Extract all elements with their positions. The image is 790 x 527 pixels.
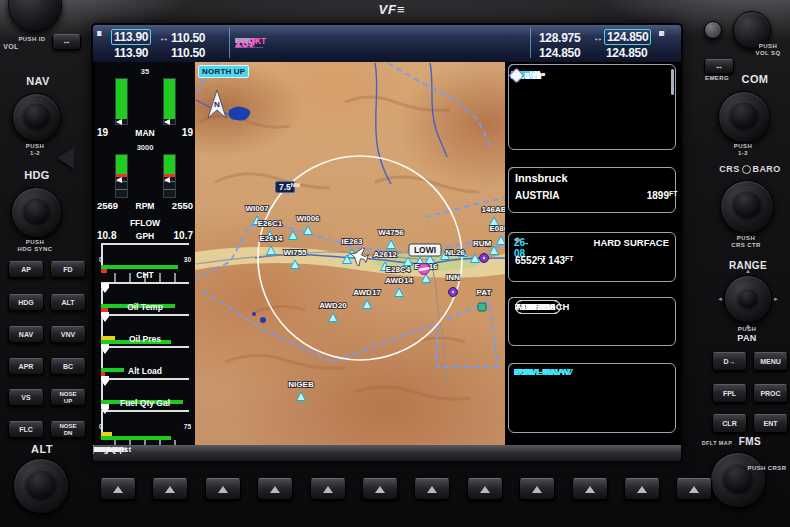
bezel-softkey-1[interactable] — [100, 478, 136, 500]
vs-button[interactable]: VS — [8, 389, 44, 406]
softkey-checklist[interactable]: Checklist — [93, 445, 131, 454]
bezel-softkey-6[interactable] — [362, 478, 398, 500]
bezel-softkey-9[interactable] — [519, 478, 555, 500]
approach-row-4[interactable]: LOWI–RNAVGPS Z 26 — [509, 364, 514, 381]
svg-text:N: N — [214, 100, 220, 109]
hdg-knob-label: HDG — [17, 169, 57, 182]
softkey-arrow-icon — [637, 486, 647, 493]
bezel-softkey-10[interactable] — [572, 478, 608, 500]
bezel-softkey-7[interactable] — [414, 478, 450, 500]
nearest-airport-row-lipb[interactable]: LIPB170°49.5NM — [509, 67, 515, 83]
svg-text:RUM: RUM — [473, 239, 492, 248]
push-id-label: PUSH ID — [14, 36, 50, 43]
emerg-button[interactable] — [704, 21, 722, 39]
nav2-active-frequency: 110.50 — [171, 46, 205, 60]
bc-button[interactable]: BC — [50, 358, 86, 375]
bezel-softkey-3[interactable] — [205, 478, 241, 500]
bezel-softkey-5[interactable] — [310, 478, 346, 500]
svg-text:LOWI: LOWI — [414, 245, 436, 255]
vertical-gauge — [115, 154, 128, 198]
vertical-gauge — [163, 78, 176, 125]
flc-button[interactable]: FLC — [8, 421, 44, 438]
com-swap-icon: ↔ — [593, 32, 603, 43]
alt-load-label: Alt Load — [95, 366, 195, 376]
emerg-label: EMERG — [700, 75, 734, 82]
vnv-button[interactable]: VNV — [50, 326, 86, 343]
svg-text:WI006: WI006 — [296, 214, 320, 223]
ent-button[interactable]: ENT — [753, 414, 788, 433]
svg-text:E26C1: E26C1 — [258, 219, 283, 228]
nose-up-button[interactable]: NOSE UP — [50, 389, 86, 406]
svg-text:146AB: 146AB — [482, 205, 505, 214]
apr-button[interactable]: APR — [8, 358, 44, 375]
bezel-softkey-8[interactable] — [467, 478, 503, 500]
fms-knob[interactable] — [710, 452, 766, 508]
runway-next-icon[interactable] — [517, 237, 521, 243]
bezel-softkey-12[interactable] — [676, 478, 712, 500]
nav1-standby-frequency[interactable]: 113.90 — [111, 29, 151, 45]
nav2-standby-frequency[interactable]: 113.90 — [114, 46, 148, 60]
oil-temp-gauge — [101, 314, 189, 327]
bezel-softkey-2[interactable] — [152, 478, 188, 500]
alt-load-gauge — [101, 378, 189, 391]
nav1-active-frequency: 110.50 — [171, 31, 205, 45]
softkey-bar: EngineMap OptAPTRNWYFREQAPRLD APRChartsC… — [93, 445, 681, 461]
ap-button[interactable]: AP — [8, 261, 44, 278]
frequency-value[interactable]: 120.100 — [515, 300, 561, 314]
oil-pres-label: Oil Pres — [95, 334, 195, 344]
com1-standby-frequency[interactable]: 124.850 — [604, 29, 651, 45]
softkey-arrow-icon — [585, 486, 595, 493]
com-freq-transfer-button[interactable]: ↔ — [704, 59, 734, 74]
fuel-qty-gal-gauge — [101, 410, 189, 423]
oil-pres-gauge — [101, 346, 189, 359]
nav-knob[interactable] — [12, 93, 61, 142]
man-values: 19MAN19 — [97, 127, 193, 138]
nav-button[interactable]: NAV — [8, 326, 44, 343]
nose-dn-button[interactable]: NOSE DN — [50, 421, 86, 438]
engine-indication-strip: 3519MAN1930002569RPM2550FFLOW10.8GPH10.7… — [95, 62, 195, 445]
pan-push-label: PUSH — [734, 326, 760, 333]
airport-info-panel: Nearest Airports →LOWI098°5.9NMEDKC322°4… — [505, 62, 681, 445]
fd-button[interactable]: FD — [50, 261, 86, 278]
nav-freq-transfer-button[interactable]: ↔ — [52, 34, 81, 50]
swap-arrows-icon: ↔ — [715, 62, 724, 71]
bezel-softkey-4[interactable] — [257, 478, 293, 500]
hdg-push-label: PUSH HDG SYNC — [4, 239, 66, 253]
proc-button[interactable]: PROC — [753, 384, 788, 403]
nav-push-label: PUSH 1-2 — [8, 143, 62, 157]
direct-to-button[interactable]: D→ — [712, 352, 747, 371]
fpl-button[interactable]: FPL — [712, 384, 747, 403]
map-range-badge: 7.5NM — [275, 181, 295, 193]
com-knob[interactable] — [718, 91, 770, 143]
com1-recent-frequency: 128.975 — [539, 31, 580, 45]
svg-text:E2614: E2614 — [259, 234, 283, 243]
crs-baro-knob[interactable] — [720, 180, 774, 234]
nav-knob-label: NAV — [18, 75, 58, 88]
fflow-label: FFLOW — [95, 218, 195, 228]
fuel-qty-gal-label: Fuel Qty Gal — [95, 398, 195, 408]
knob-icon — [742, 165, 751, 174]
oil-temp-label: Oil Temp — [95, 302, 195, 312]
hdg-button[interactable]: HDG — [8, 294, 44, 311]
crsr-push-label: PUSH CRSR — [744, 465, 790, 472]
softkey-arrow-icon — [270, 486, 280, 493]
vol-id-knob[interactable] — [8, 0, 62, 32]
com-knob-label: COM — [734, 73, 776, 86]
navigation-map: N WI007E26C1WI006E2614WI755W4756IE263A26… — [195, 62, 505, 445]
hdg-knob[interactable] — [11, 187, 62, 238]
scrollbar[interactable] — [671, 69, 674, 95]
pfd-side-arrow — [57, 147, 74, 169]
joystick-up-icon: ▲ — [745, 268, 751, 274]
svg-text:IE263: IE263 — [342, 237, 363, 246]
softkey-arrow-icon — [427, 486, 437, 493]
vertical-gauge — [115, 78, 128, 125]
bezel-softkey-11[interactable] — [624, 478, 660, 500]
divider — [229, 28, 230, 58]
clr-button[interactable]: CLR — [712, 414, 747, 433]
joystick-left-icon: ◄ — [717, 296, 723, 302]
range-pan-joystick[interactable]: ▲ ▼ ◄ ► — [724, 275, 772, 323]
alt-button[interactable]: ALT — [50, 294, 86, 311]
svg-text:A2612: A2612 — [373, 250, 397, 259]
menu-button[interactable]: MENU — [753, 352, 788, 371]
alt-knob[interactable] — [13, 458, 69, 514]
